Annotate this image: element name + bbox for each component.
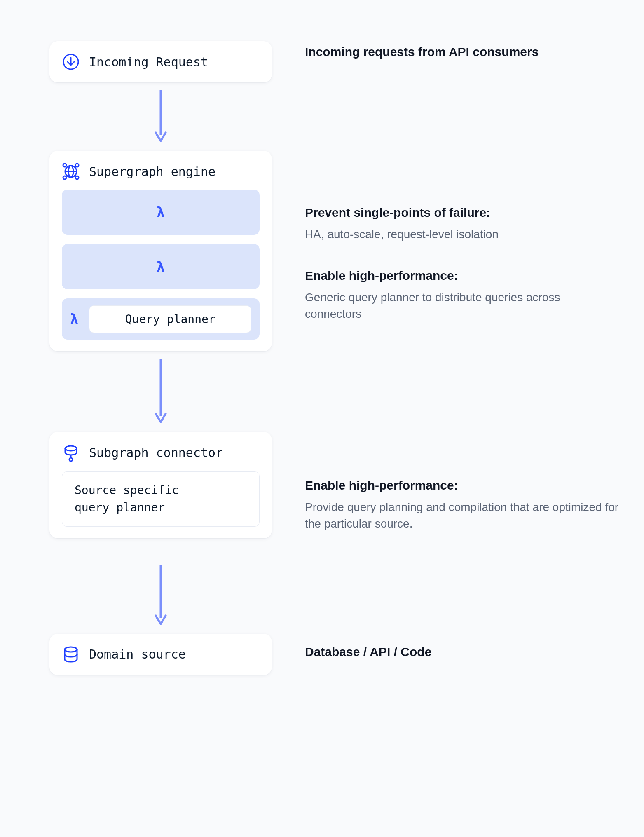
arrow-incoming-to-engine (49, 82, 272, 151)
card-domain-source: Domain source (49, 634, 272, 675)
connector-title: Subgraph connector (89, 445, 223, 460)
svg-point-7 (63, 176, 66, 179)
svg-point-8 (75, 176, 79, 179)
desc-engine-perf-heading: Enable high-performance: (305, 267, 619, 284)
svg-point-5 (63, 164, 66, 167)
desc-spof-body: HA, auto-scale, request-level isolation (305, 226, 619, 243)
card-subgraph-connector: Subgraph connector Source specific query… (49, 432, 272, 538)
query-planner-pill: Query planner (89, 305, 251, 333)
svg-point-6 (75, 164, 79, 167)
download-circle-icon (62, 53, 80, 71)
card-supergraph-engine: Supergraph engine λ λ λ Query planner (49, 151, 272, 351)
engine-title: Supergraph engine (89, 164, 215, 179)
desc-connector-perf-body: Provide query planning and compilation t… (305, 499, 619, 532)
svg-point-14 (65, 647, 77, 652)
database-icon (62, 645, 80, 664)
lambda-icon: λ (157, 204, 165, 220)
card-incoming-request: Incoming Request (49, 41, 272, 82)
row-domain: Domain source Database / API / Code (49, 634, 619, 675)
lambda-box-2: λ (62, 244, 260, 289)
source-specific-planner-box: Source specific query planner (62, 471, 260, 527)
desc-incoming-heading: Incoming requests from API consumers (305, 44, 619, 61)
lambda-icon: λ (157, 258, 165, 275)
row-engine: Supergraph engine λ λ λ Query planner Pr… (49, 151, 619, 351)
domain-title: Domain source (89, 647, 186, 661)
globe-graph-icon (62, 162, 80, 181)
arrow-engine-to-connector (49, 351, 272, 432)
lambda-box-query-planner: λ Query planner (62, 298, 260, 340)
desc-connector-perf-heading: Enable high-performance: (305, 477, 619, 494)
svg-point-12 (69, 458, 73, 461)
row-connector: Subgraph connector Source specific query… (49, 432, 619, 557)
desc-spof-heading: Prevent single-points of failure: (305, 204, 619, 221)
connector-node-icon (62, 443, 80, 462)
arrow-connector-to-domain (49, 557, 272, 634)
row-incoming: Incoming Request Incoming requests from … (49, 41, 619, 82)
desc-engine-perf-body: Generic query planner to distribute quer… (305, 289, 619, 323)
incoming-title: Incoming Request (89, 55, 208, 69)
lambda-box-1: λ (62, 190, 260, 235)
svg-point-10 (65, 446, 77, 451)
lambda-icon: λ (70, 311, 78, 327)
desc-domain-heading: Database / API / Code (305, 644, 619, 661)
